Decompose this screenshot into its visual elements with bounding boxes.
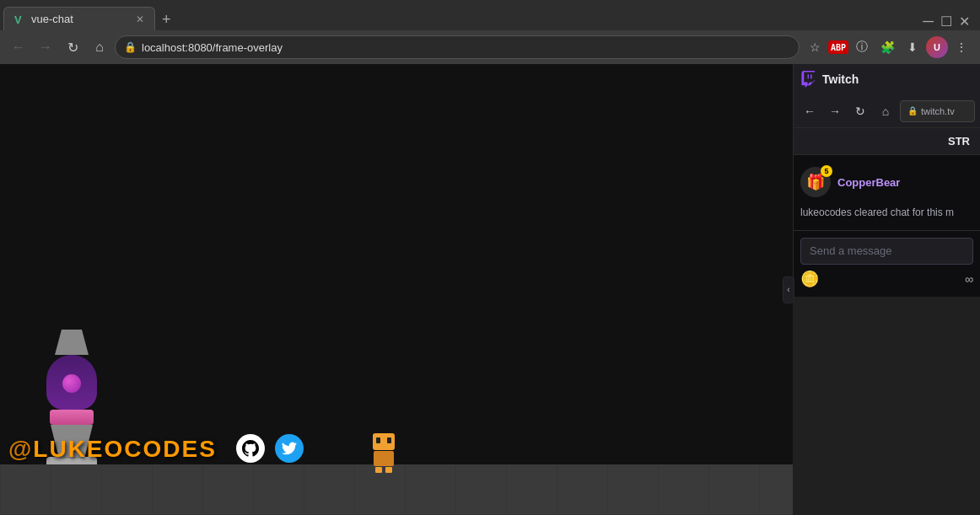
address-text: localhost:8080/frame-overlay	[142, 41, 283, 54]
security-icon: 🔒	[124, 41, 137, 53]
gift-info: CopperBear	[837, 176, 900, 189]
twitch-logo-icon	[800, 71, 817, 88]
char-legs	[371, 467, 396, 473]
tab-close-button[interactable]: ✕	[136, 13, 144, 25]
bits-icon[interactable]: 🪙	[800, 270, 819, 288]
social-icons	[236, 434, 304, 463]
game-viewport: @LUKEOCODES	[0, 64, 793, 515]
lamp-body	[46, 355, 97, 410]
nav-bar: ← → ↻ ⌂ 🔒 localhost:8080/frame-overlay ☆…	[0, 30, 980, 64]
char-eye-right	[387, 437, 391, 443]
maximize-button[interactable]: ☐	[940, 13, 952, 30]
panel-collapse-button[interactable]: ‹	[783, 276, 794, 303]
chat-input[interactable]: Send a message	[800, 238, 973, 265]
twitch-address-text: twitch.tv	[921, 106, 955, 116]
char-eye-left	[376, 437, 380, 443]
svg-rect-0	[810, 74, 811, 78]
infinity-icon: ∞	[965, 272, 973, 286]
tab-bar: V vue-chat ✕ + ─ ☐ ✕	[0, 0, 980, 30]
tab-favicon: V	[14, 13, 26, 25]
minimize-button[interactable]: ─	[923, 13, 934, 30]
chat-actions: 🪙 ∞	[800, 265, 973, 290]
back-button[interactable]: ←	[7, 35, 30, 59]
forward-button[interactable]: →	[34, 35, 57, 59]
svg-rect-1	[808, 74, 809, 78]
twitch-panel-container: ‹ Twitch ← → ↻ ⌂	[793, 64, 980, 515]
char-leg-left	[375, 467, 382, 473]
character-sprite	[371, 433, 396, 471]
nav-actions: ☆ ABP ⓘ 🧩 ⬇ U ⋮	[803, 35, 973, 59]
twitch-forward-button[interactable]: →	[824, 100, 846, 122]
lamp-top	[55, 330, 89, 355]
at-symbol: @	[8, 436, 33, 462]
menu-button[interactable]: ⋮	[950, 35, 973, 59]
profile-avatar[interactable]: U	[926, 36, 948, 58]
str-label: STR	[948, 135, 970, 148]
overlay-username: @LUKEOCODES	[8, 436, 217, 463]
chat-system-message: lukeocodes cleared chat for this m	[800, 202, 973, 223]
gift-badge: 5	[821, 165, 832, 177]
github-icon[interactable]	[236, 434, 265, 463]
extensions-button[interactable]: 🧩	[875, 35, 899, 59]
twitch-input-area: Send a message 🪙 ∞	[794, 230, 980, 297]
info-button[interactable]: ⓘ	[850, 35, 874, 59]
chevron-left-icon: ‹	[787, 285, 789, 294]
adblock-button[interactable]: ABP	[828, 40, 848, 54]
twitch-back-button[interactable]: ←	[799, 100, 821, 122]
ground-tiles	[0, 464, 793, 515]
chat-placeholder: Send a message	[810, 244, 892, 257]
username-text: LUKEOCODES	[33, 436, 217, 462]
lamp-pink	[50, 410, 94, 425]
address-bar[interactable]: 🔒 localhost:8080/frame-overlay	[115, 35, 800, 59]
downloads-button[interactable]: ⬇	[901, 35, 924, 59]
gift-icon: 🎁 5	[800, 167, 831, 197]
twitch-title-bar: Twitch	[794, 64, 980, 94]
tab-title: vue-chat	[31, 13, 73, 25]
twitch-title: Twitch	[822, 72, 859, 86]
new-tab-button[interactable]: +	[155, 9, 178, 30]
browser-window: V vue-chat ✕ + ─ ☐ ✕ ← → ↻ ⌂ 🔒 localhost…	[0, 0, 980, 515]
twitch-str-bar: STR	[794, 128, 980, 155]
twitch-address-bar[interactable]: 🔒 twitch.tv	[900, 100, 975, 122]
twitch-refresh-button[interactable]: ↻	[849, 100, 871, 122]
gift-notification: 🎁 5 CopperBear	[800, 162, 973, 202]
bookmark-button[interactable]: ☆	[803, 35, 827, 59]
gift-username: CopperBear	[837, 176, 900, 189]
twitch-home-button[interactable]: ⌂	[875, 100, 897, 122]
main-content: @LUKEOCODES ‹	[0, 64, 980, 515]
char-body	[374, 451, 394, 466]
lamp-bubble	[62, 374, 81, 393]
browser-tab[interactable]: V vue-chat ✕	[3, 7, 155, 30]
twitch-nav-bar: ← → ↻ ⌂ 🔒 twitch.tv	[794, 94, 980, 128]
twitch-panel: Twitch ← → ↻ ⌂ 🔒 twitch.tv STR	[793, 64, 980, 297]
refresh-button[interactable]: ↻	[61, 35, 84, 59]
twitch-lock-icon: 🔒	[907, 106, 918, 115]
close-button[interactable]: ✕	[959, 13, 970, 30]
char-head	[373, 433, 395, 450]
char-leg-right	[385, 467, 392, 473]
home-button[interactable]: ⌂	[88, 35, 111, 59]
twitter-icon[interactable]	[275, 434, 304, 463]
twitch-chat-area[interactable]: 🎁 5 CopperBear lukeocodes cleared chat f…	[794, 155, 980, 230]
